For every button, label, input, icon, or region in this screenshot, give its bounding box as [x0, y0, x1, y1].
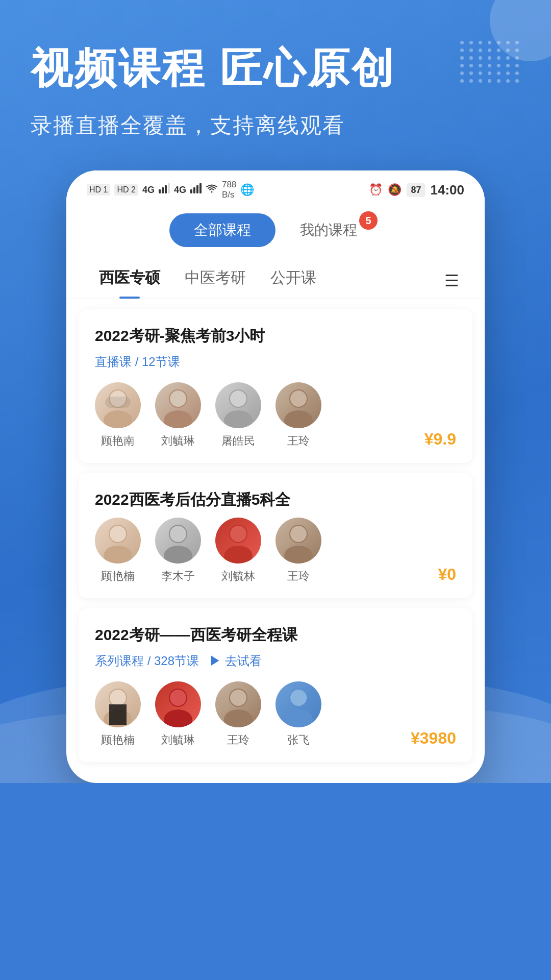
teacher-item: 刘毓林: [215, 518, 261, 584]
svg-point-31: [284, 546, 313, 564]
course-3-meta: 系列课程 / 328节课 ▶ 去试看: [95, 653, 456, 669]
svg-rect-4: [190, 189, 192, 193]
svg-point-38: [164, 709, 192, 727]
svg-rect-6: [196, 185, 198, 193]
hero-section: 视频课程 匠心原创 录播直播全覆盖，支持离线观看 HD 1 HD 2 4G: [0, 0, 551, 783]
teacher-3-name: 王玲: [227, 732, 249, 748]
course-2-price: ¥0: [438, 565, 456, 584]
course-1-type: 直播课 / 12节课: [95, 354, 180, 370]
teacher-1-name: 顾艳楠: [101, 732, 135, 748]
network-globe-icon: 🌐: [240, 183, 254, 197]
teacher-4-name: 张飞: [287, 732, 310, 748]
course-2-teachers: 顾艳楠 李木子 刘毓林: [95, 518, 456, 584]
my-courses-badge: 5: [359, 211, 378, 230]
category-western-medicine[interactable]: 西医专硕: [87, 262, 172, 299]
course-2-title: 2022西医考后估分直播5科全: [95, 489, 456, 510]
svg-rect-1: [162, 187, 164, 193]
svg-point-9: [104, 410, 132, 428]
svg-point-17: [230, 390, 246, 407]
signal-icon-2: [190, 183, 202, 197]
teacher-item: 刘毓琳: [155, 382, 201, 449]
status-bar-left: HD 1 HD 2 4G 4G: [87, 180, 254, 200]
time-display: 14:00: [431, 182, 465, 198]
teacher-1-avatar: [95, 681, 141, 727]
signal-icon-1: [159, 183, 170, 197]
teacher-3-name: 刘毓林: [221, 569, 255, 584]
course-card-3: 2022考研——西医考研全程课 系列课程 / 328节课 ▶ 去试看 顾艳楠: [79, 608, 472, 762]
svg-rect-2: [165, 185, 167, 193]
teacher-4-avatar: [276, 382, 321, 428]
course-3-title: 2022考研——西医考研全程课: [95, 625, 456, 646]
all-courses-tab[interactable]: 全部课程: [169, 213, 276, 247]
svg-point-23: [110, 526, 126, 542]
teacher-4-name: 王玲: [287, 569, 310, 584]
teacher-3-avatar: [215, 681, 261, 727]
svg-rect-7: [199, 183, 202, 193]
course-3-price: ¥3980: [411, 729, 456, 748]
network-4g-2: 4G: [174, 185, 186, 195]
teacher-3-name: 屠皓民: [221, 433, 255, 449]
speed-text: 788B/s: [222, 180, 236, 200]
my-courses-tab[interactable]: 我的课程 5: [276, 213, 382, 247]
svg-rect-5: [193, 187, 195, 193]
teacher-2-name: 刘毓琳: [161, 732, 195, 748]
course-1-price: ¥9.9: [424, 430, 456, 449]
alarm-icon: ⏰: [369, 183, 383, 197]
teacher-3-avatar: [215, 382, 261, 428]
teacher-2-name: 刘毓琳: [161, 433, 195, 449]
teacher-4-name: 王玲: [287, 433, 310, 449]
hero-subtitle: 录播直播全覆盖，支持离线观看: [31, 111, 520, 140]
svg-point-16: [224, 410, 253, 428]
category-open-courses[interactable]: 公开课: [258, 262, 329, 299]
teacher-item: 刘毓琳: [155, 681, 201, 748]
teacher-item: 顾艳南: [95, 382, 141, 449]
teacher-2-name: 李木子: [161, 569, 195, 584]
svg-point-14: [170, 390, 186, 407]
course-list: 2022考研-聚焦考前3小时 直播课 / 12节课 顾艳南: [66, 309, 485, 762]
teacher-1-name: 顾艳楠: [101, 569, 135, 584]
svg-point-45: [290, 690, 307, 706]
teacher-3-avatar: [215, 518, 261, 564]
category-menu-icon[interactable]: ☰: [439, 266, 464, 296]
svg-point-35: [110, 690, 126, 706]
course-tab-bar: 全部课程 我的课程 5: [66, 205, 485, 257]
svg-point-44: [284, 709, 313, 727]
try-watch-button[interactable]: ▶ 去试看: [209, 653, 262, 669]
teacher-item: 顾艳楠: [95, 518, 141, 584]
course-1-teachers: 顾艳南 刘毓琳 屠皓民: [95, 382, 456, 449]
svg-point-42: [230, 690, 246, 706]
svg-point-26: [170, 526, 186, 542]
status-bar: HD 1 HD 2 4G 4G: [66, 170, 485, 205]
hero-title: 视频课程 匠心原创: [31, 41, 520, 97]
svg-point-20: [290, 390, 307, 407]
svg-point-19: [284, 410, 313, 428]
teacher-1-avatar: [95, 518, 141, 564]
teacher-item: 王玲: [276, 382, 321, 449]
category-tcm[interactable]: 中医考研: [172, 262, 258, 299]
battery-indicator: 87: [407, 183, 425, 197]
phone-mockup-wrapper: HD 1 HD 2 4G 4G: [31, 170, 520, 783]
svg-point-41: [224, 709, 253, 727]
teacher-item: 李木子: [155, 518, 201, 584]
category-navigation: 西医专硕 中医考研 公开课 ☰: [66, 257, 485, 299]
svg-rect-11: [105, 397, 131, 408]
teacher-item: 屠皓民: [215, 382, 261, 449]
hd2-badge: HD 2: [114, 184, 138, 195]
svg-rect-36: [109, 704, 127, 725]
svg-point-13: [164, 410, 192, 428]
teacher-item: 顾艳楠: [95, 681, 141, 748]
svg-rect-0: [159, 189, 161, 193]
course-1-title: 2022考研-聚焦考前3小时: [95, 326, 456, 347]
svg-point-25: [164, 546, 192, 564]
svg-point-39: [170, 690, 186, 706]
teacher-item: 王玲: [276, 518, 321, 584]
course-3-type: 系列课程 / 328节课: [95, 653, 199, 669]
course-1-meta: 直播课 / 12节课: [95, 354, 456, 370]
teacher-2-avatar: [155, 518, 201, 564]
teacher-1-name: 顾艳南: [101, 433, 135, 449]
svg-point-29: [230, 526, 246, 542]
svg-point-28: [224, 546, 253, 564]
course-card-2: 2022西医考后估分直播5科全 顾艳楠 李木子: [79, 473, 472, 598]
teacher-item: 张飞: [276, 681, 321, 748]
hd1-badge: HD 1: [87, 184, 110, 195]
